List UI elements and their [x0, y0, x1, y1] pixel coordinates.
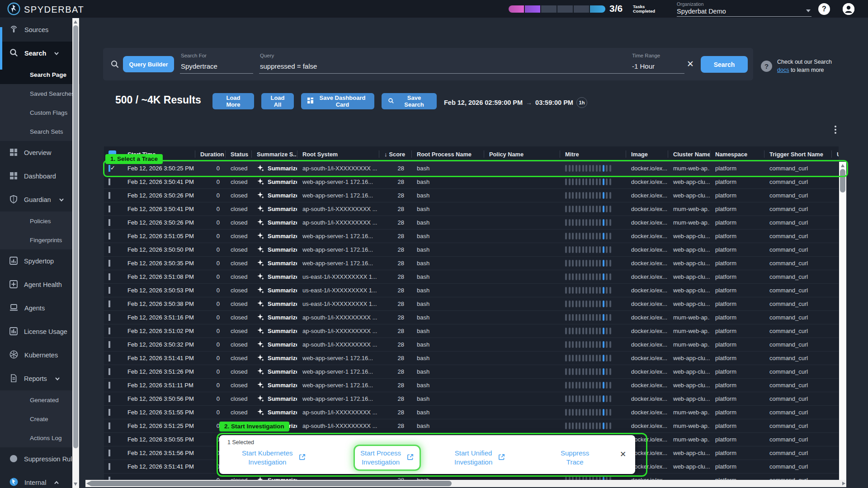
column-header-duration[interactable]: Duration [195, 146, 225, 162]
sidebar-item-spydertop[interactable]: Spydertop [0, 249, 80, 273]
summarize-button[interactable]: Summarize [251, 394, 297, 404]
save-search-button[interactable]: Save Search [382, 93, 437, 109]
table-row[interactable]: Feb 12, 2026 3:51:41 PM0closedSummarizew… [104, 352, 839, 365]
tasks-progress-bar[interactable] [509, 5, 605, 13]
sidebar-item-suppression-rules[interactable]: Suppression Rules [0, 447, 80, 471]
table-row[interactable]: Feb 12, 2026 3:50:41 PM0closedSummarizea… [104, 202, 839, 216]
table-vertical-scrollbar[interactable] [839, 162, 846, 480]
table-row[interactable]: 0closedSummarize28bashdocker.io/ex...pla… [104, 474, 839, 480]
row-checkbox[interactable] [108, 395, 110, 402]
summarize-button[interactable]: Summarize [251, 191, 297, 200]
table-row[interactable]: Feb 12, 2026 3:51:16 PM0closedSummarizea… [104, 311, 839, 324]
sidebar-item-overview[interactable]: Overview [0, 141, 80, 164]
row-checkbox[interactable] [108, 273, 110, 280]
row-checkbox[interactable] [108, 300, 110, 307]
sidebar-item-policies[interactable]: Policies [0, 211, 80, 230]
table-row[interactable]: Feb 12, 2026 3:51:08 PM0closedSummarizeu… [104, 270, 839, 284]
start-process-investigation-button[interactable]: Start ProcessInvestigation [355, 446, 420, 469]
summarize-button[interactable]: Summarize [251, 232, 297, 241]
save-dashboard-card-button[interactable]: Save Dashboard Card [301, 93, 374, 109]
suppress-trace-button[interactable]: SuppressTrace [561, 449, 589, 467]
sidebar-item-saved-searches[interactable]: Saved Searches [0, 84, 80, 103]
column-header-cluster[interactable]: Cluster Name [668, 146, 710, 162]
sidebar-item-internal[interactable]: Internal [0, 471, 80, 488]
column-header-image[interactable]: Image [626, 146, 668, 162]
table-scrollbar-thumb[interactable] [840, 169, 845, 192]
summarize-button[interactable]: Summarize [251, 476, 297, 480]
scroll-up-arrow-icon[interactable] [74, 20, 77, 23]
table-row[interactable]: Feb 12, 2026 3:50:53 PM0closedSummarizeu… [104, 284, 839, 297]
column-header-root_system[interactable]: Root System [297, 146, 379, 162]
summarize-button[interactable]: Summarize [251, 272, 297, 282]
row-checkbox[interactable] [108, 178, 110, 185]
scroll-down-arrow-icon[interactable] [74, 483, 77, 486]
load-more-button[interactable]: Load More [212, 93, 254, 109]
row-checkbox[interactable] [108, 355, 110, 361]
column-header-summarize[interactable]: Summarize S.. [251, 146, 297, 162]
time-range-input[interactable]: -1 Hour [632, 62, 655, 70]
sidebar-item-sources[interactable]: Sources [0, 18, 80, 42]
sidebar-scrollbar[interactable] [72, 18, 79, 488]
query-builder-button[interactable]: Query Builder [123, 56, 174, 72]
organization-select[interactable]: Organization Spyderbat Demo [677, 1, 812, 15]
sidebar-scrollbar-thumb[interactable] [73, 25, 78, 448]
summarize-button[interactable]: Summarize [251, 381, 297, 390]
clear-search-icon[interactable]: ✕ [685, 59, 695, 69]
table-row[interactable]: Feb 12, 2026 3:51:05 PM0closedSummarizew… [104, 230, 839, 243]
sidebar-item-create[interactable]: Create [0, 409, 80, 428]
scroll-right-arrow-icon[interactable] [842, 482, 845, 485]
close-icon[interactable]: ✕ [620, 450, 626, 459]
summarize-button[interactable]: Summarize [251, 327, 297, 336]
table-row[interactable]: Feb 12, 2026 3:51:02 PM0closedSummarizea… [104, 324, 839, 338]
table-row[interactable]: Feb 12, 2026 3:50:32 PM0closedSummarizea… [104, 338, 839, 352]
search-for-input[interactable]: Spydertrace [181, 62, 217, 70]
row-checkbox[interactable] [108, 450, 110, 456]
row-checkbox[interactable] [108, 422, 110, 429]
summarize-button[interactable]: Summarize [251, 205, 297, 214]
row-checkbox[interactable] [108, 382, 110, 389]
row-checkbox[interactable] [108, 233, 110, 239]
row-checkbox[interactable] [108, 436, 110, 443]
sidebar-item-dashboard[interactable]: Dashboard [0, 164, 80, 188]
row-checkbox[interactable] [108, 328, 110, 334]
load-all-button[interactable]: Load All [261, 93, 294, 109]
sidebar-item-license-usage[interactable]: License Usage [0, 320, 80, 343]
table-row[interactable]: Feb 12, 2026 3:50:38 PM0closedSummarizeu… [104, 297, 839, 311]
table-row[interactable]: Feb 12, 2026 3:50:26 PM0closedSummarizew… [104, 189, 839, 202]
row-checkbox[interactable] [108, 314, 110, 321]
summarize-button[interactable]: Summarize [251, 354, 297, 363]
row-checkbox[interactable] [108, 341, 110, 348]
sidebar-item-fingerprints[interactable]: Fingerprints [0, 230, 80, 249]
row-checkbox[interactable] [108, 463, 110, 470]
row-checkbox[interactable] [108, 206, 110, 212]
chevron-down-icon[interactable] [806, 9, 811, 12]
sidebar-item-actions-log[interactable]: Actions Log [0, 428, 80, 447]
start-unified-investigation-button[interactable]: Start UnifiedInvestigation [454, 449, 505, 467]
table-menu-kebab-icon[interactable] [832, 125, 839, 135]
row-checkbox[interactable] [108, 246, 110, 253]
column-header-namespace[interactable]: Namespace [710, 146, 764, 162]
account-icon[interactable] [843, 3, 854, 15]
row-checkbox[interactable] [108, 219, 110, 226]
sidebar-item-kubernetes[interactable]: Kubernetes [0, 343, 80, 367]
help-icon[interactable]: ? [818, 3, 830, 15]
query-input[interactable]: suppressed = false [260, 62, 317, 70]
summarize-button[interactable]: Summarize [251, 300, 297, 309]
summarize-button[interactable]: Summarize [251, 408, 297, 417]
horizontal-scrollbar-thumb[interactable] [89, 481, 452, 486]
summarize-button[interactable]: Summarize [251, 340, 297, 349]
column-header-policy[interactable]: Policy Name [484, 146, 560, 162]
column-header-trigger[interactable]: Trigger Short Name [764, 146, 831, 162]
table-row[interactable]: Feb 12, 2026 3:51:25 PM0closedSummarizea… [104, 419, 839, 433]
column-header-root_process[interactable]: Root Process Name [411, 146, 484, 162]
row-checkbox[interactable] [108, 368, 110, 375]
table-row[interactable]: Feb 12, 2026 3:50:35 PM0closedSummarizew… [104, 257, 839, 270]
summarize-button[interactable]: Summarize [251, 178, 297, 187]
table-row[interactable]: Feb 12, 2026 3:50:41 PM0closedSummarizew… [104, 175, 839, 189]
summarize-button[interactable]: Summarize [251, 245, 297, 254]
row-checkbox[interactable] [108, 165, 110, 172]
summarize-button[interactable]: Summarize [251, 367, 297, 376]
table-row[interactable]: Feb 12, 2026 3:51:26 PM0closedSummarizew… [104, 365, 839, 379]
row-checkbox[interactable] [108, 192, 110, 199]
scroll-up-arrow-icon[interactable] [841, 164, 844, 167]
